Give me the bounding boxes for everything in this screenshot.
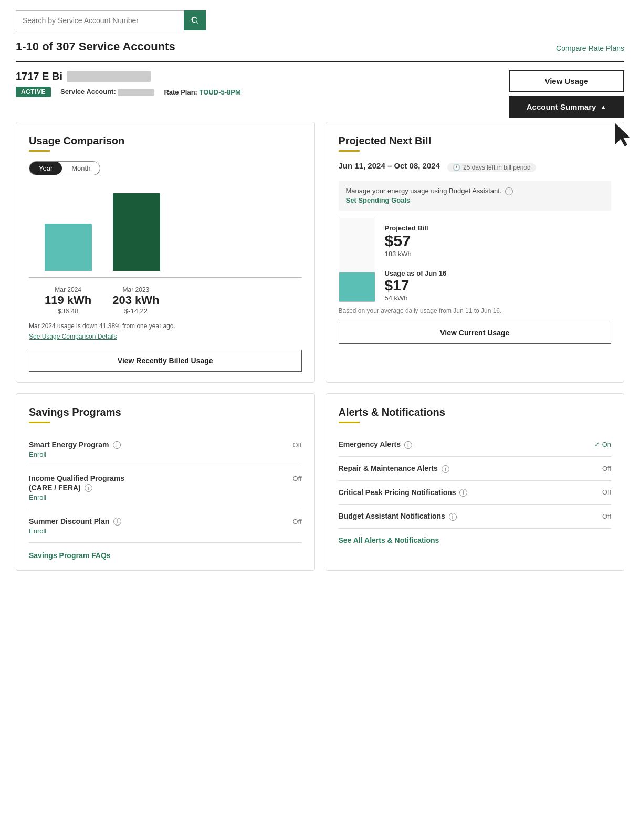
view-current-usage-button[interactable]: View Current Usage — [339, 322, 612, 344]
bar-col-2023 — [113, 193, 160, 271]
service-account-blur — [118, 89, 154, 96]
chevron-up-icon: ▲ — [600, 103, 606, 111]
projected-info: Projected Bill $57 183 kWh Usage as of J… — [385, 224, 447, 302]
smart-energy-name: Smart Energy Program — [29, 440, 109, 449]
svg-marker-0 — [615, 123, 630, 146]
smart-energy-info-icon[interactable]: i — [113, 441, 121, 449]
repair-info-icon[interactable]: i — [442, 465, 449, 473]
usage-detail-link[interactable]: See Usage Comparison Details — [29, 333, 302, 340]
summer-discount-enroll-link[interactable]: Enroll — [29, 527, 121, 535]
account-actions: View Usage Account Summary ▲ — [509, 70, 624, 118]
summer-discount-status: Off — [292, 518, 301, 526]
alerts-title: Alerts & Notifications — [339, 406, 612, 418]
income-qualified-info-icon[interactable]: i — [85, 484, 92, 492]
usage-comparison-card: Usage Comparison Year Month Mar 2024 119… — [16, 122, 315, 383]
clock-icon: 🕐 — [453, 164, 460, 171]
alert-emergency: Emergency Alerts i ✓ On — [339, 433, 612, 457]
income-qualified-enroll-link[interactable]: Enroll — [29, 494, 124, 501]
account-count: 1-10 of 307 Service Accounts — [16, 40, 175, 54]
view-usage-button[interactable]: View Usage — [509, 70, 624, 92]
summer-discount-info-icon[interactable]: i — [113, 518, 121, 526]
alert-budget: Budget Assistant Notifications i Off — [339, 505, 612, 529]
search-input[interactable] — [16, 10, 184, 30]
emergency-status: ✓ On — [594, 440, 611, 448]
income-qualified-name: Income Qualified Programs(CARE / FERA) — [29, 474, 124, 492]
budget-info-icon[interactable]: i — [505, 187, 513, 195]
year-month-toggle: Year Month — [29, 161, 100, 175]
rate-plan-link[interactable]: TOUD-5-8PM — [200, 88, 241, 96]
bar-label-2023: Mar 2023 203 kWh $-14.22 — [112, 283, 159, 315]
top-divider — [16, 61, 624, 62]
bar-2024 — [45, 224, 92, 271]
search-bar — [16, 10, 624, 30]
budget-assistant-info-icon[interactable]: i — [449, 513, 457, 521]
bar-chart — [29, 187, 302, 271]
repair-status: Off — [602, 465, 611, 472]
usage-comparison-title: Usage Comparison — [29, 135, 302, 147]
projected-chart: Projected Bill $57 183 kWh Usage as of J… — [339, 218, 612, 302]
savings-programs-title: Savings Programs — [29, 406, 302, 418]
search-icon — [190, 16, 200, 25]
usage-note: Mar 2024 usage is down 41.38% from one y… — [29, 322, 302, 330]
usage-comparison-underline — [29, 150, 50, 152]
usage-as-of-info: Usage as of Jun 16 $17 54 kWh — [385, 269, 447, 302]
status-badge: ACTIVE — [16, 87, 51, 97]
smart-energy-status: Off — [292, 441, 301, 449]
service-account-label: Service Account: — [60, 88, 154, 96]
account-header: 1717 E Bi ACTIVE Service Account: Rate P… — [16, 70, 624, 118]
projected-bill-underline — [339, 150, 360, 152]
alerts-notifications-card: Alerts & Notifications Emergency Alerts … — [326, 393, 625, 571]
savings-faq-link[interactable]: Savings Program FAQs — [29, 551, 302, 560]
savings-item-summer-discount: Summer Discount Plan i Enroll Off — [29, 509, 302, 543]
bar-2023 — [113, 193, 160, 271]
projected-bill-title: Projected Next Bill — [339, 135, 612, 147]
account-summary-button[interactable]: Account Summary ▲ — [509, 96, 624, 118]
savings-programs-card: Savings Programs Smart Energy Program i … — [16, 393, 315, 571]
search-button[interactable] — [184, 10, 206, 30]
bill-period: Jun 11, 2024 – Oct 08, 2024 — [339, 161, 440, 170]
projected-bar-empty — [339, 218, 375, 272]
chart-baseline — [29, 277, 302, 278]
alerts-underline — [339, 422, 360, 423]
savings-item-smart-energy: Smart Energy Program i Enroll Off — [29, 433, 302, 466]
bar-col-2024 — [45, 224, 92, 271]
critical-peak-status: Off — [602, 488, 611, 496]
account-meta: ACTIVE Service Account: Rate Plan: TOUD-… — [16, 87, 241, 97]
budget-assistant-status: Off — [602, 512, 611, 520]
view-billed-usage-button[interactable]: View Recently Billed Usage — [29, 350, 302, 372]
cursor-icon — [613, 122, 633, 148]
year-toggle-button[interactable]: Year — [29, 162, 62, 175]
see-all-alerts-link[interactable]: See All Alerts & Notifications — [339, 536, 612, 544]
compare-rate-plans-link[interactable]: Compare Rate Plans — [556, 44, 624, 52]
cards-row-1: Usage Comparison Year Month Mar 2024 119… — [16, 122, 624, 383]
month-toggle-button[interactable]: Month — [62, 162, 100, 175]
budget-banner: Manage your energy usage using Budget As… — [339, 181, 612, 211]
account-address-block: 1717 E Bi ACTIVE Service Account: Rate P… — [16, 70, 241, 107]
projected-bar-fill — [339, 272, 375, 301]
proj-note: Based on your average daily usage from J… — [339, 307, 612, 314]
bar-label-2024: Mar 2024 119 kWh $36.48 — [45, 283, 91, 315]
summer-discount-name: Summer Discount Plan — [29, 517, 109, 526]
projected-bar — [339, 218, 375, 302]
income-qualified-status: Off — [292, 475, 301, 482]
alert-repair: Repair & Maintenance Alerts i Off — [339, 457, 612, 481]
savings-underline — [29, 422, 50, 423]
savings-item-income-qualified: Income Qualified Programs(CARE / FERA) i… — [29, 466, 302, 509]
rate-plan-label: Rate Plan: TOUD-5-8PM — [164, 88, 240, 96]
projected-bill-card: Projected Next Bill Jun 11, 2024 – Oct 0… — [326, 122, 625, 383]
projected-bill-info: Projected Bill $57 183 kWh — [385, 224, 447, 258]
critical-peak-info-icon[interactable]: i — [459, 489, 467, 497]
emergency-info-icon[interactable]: i — [404, 441, 412, 449]
account-address-prefix: 1717 E Bi — [16, 70, 62, 82]
set-goals-link[interactable]: Set Spending Goals — [346, 196, 604, 204]
alert-critical-peak: Critical Peak Pricing Notifications i Of… — [339, 481, 612, 505]
cards-row-2: Savings Programs Smart Energy Program i … — [16, 393, 624, 571]
smart-energy-enroll-link[interactable]: Enroll — [29, 450, 121, 458]
days-left-badge: 🕐 25 days left in bill period — [447, 163, 536, 172]
address-blur — [67, 71, 151, 82]
